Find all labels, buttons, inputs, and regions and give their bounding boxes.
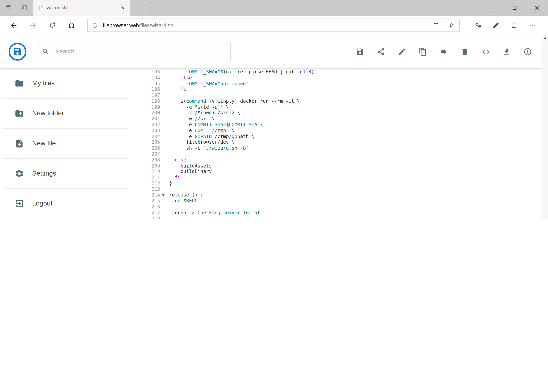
line-number: 202 <box>147 122 160 128</box>
url-path: /files/wizard.sh <box>139 22 173 28</box>
code-line-text: -e COMMIT_SHA=$COMMIT_SHA \ <box>160 122 548 128</box>
copy-button[interactable] <box>419 47 427 56</box>
line-number: 194 <box>147 75 160 81</box>
set-tabs-aside-icon[interactable] <box>21 4 28 12</box>
filebrowser-logo[interactable] <box>8 42 27 61</box>
sidebar-item-new-file[interactable]: New file <box>0 128 147 159</box>
code-line[interactable]: 210 buildBinary <box>147 169 548 175</box>
code-line[interactable]: 216 <box>147 204 548 210</box>
code-line[interactable]: 194 else <box>147 75 548 81</box>
line-number: 208 <box>147 157 160 163</box>
refresh-icon[interactable] <box>43 15 62 35</box>
code-line-text: else <box>160 157 548 163</box>
line-number: 215 <box>147 198 160 204</box>
sidebar-item-new-folder[interactable]: New folder <box>0 98 147 128</box>
code-line[interactable]: 202 -e COMMIT_SHA=$COMMIT_SHA \ <box>147 122 548 128</box>
share-page-icon[interactable] <box>505 15 523 35</box>
code-line[interactable]: 201 -w //src \ <box>147 116 548 122</box>
tabs-dropdown-icon[interactable] <box>147 0 156 16</box>
sidebar-item-label: New file <box>32 140 56 147</box>
code-line[interactable]: 193 COMMIT_SHA="$(git rev-parse HEAD | c… <box>147 69 548 75</box>
line-number: 212 <box>147 180 160 186</box>
hub-icon[interactable] <box>469 15 487 35</box>
maximize-button[interactable] <box>503 0 526 16</box>
code-line[interactable]: 212} <box>147 180 548 186</box>
move-button[interactable] <box>440 47 448 56</box>
line-number: 198 <box>147 98 160 104</box>
code-line[interactable]: 204 -e GOPATH=//tmp/gopath \ <box>147 133 548 139</box>
line-number: 201 <box>147 116 160 122</box>
main-content: My filesNew folderNew fileSettingsLogout… <box>0 68 548 219</box>
new-file-icon <box>15 139 28 148</box>
scrollbar-track[interactable] <box>542 41 548 219</box>
code-line[interactable]: 196 fi <box>147 86 548 92</box>
close-window-button[interactable] <box>526 0 548 16</box>
code-line-text <box>160 151 548 157</box>
info-button[interactable] <box>524 47 532 56</box>
code-line[interactable]: 203 -e HOME="//tmp" \ <box>147 128 548 133</box>
download-button[interactable] <box>503 47 511 56</box>
scroll-up-icon[interactable] <box>544 35 547 41</box>
forward-icon[interactable] <box>23 15 43 35</box>
sidebar-item-logout[interactable]: Logout <box>0 189 147 219</box>
code-line[interactable]: 214release () { <box>147 192 548 198</box>
fold-arrow-icon[interactable] <box>162 194 165 196</box>
code-line[interactable]: 208 else <box>147 157 548 163</box>
code-line-text: fi <box>160 86 548 92</box>
code-line[interactable]: 211 fi <box>147 175 548 181</box>
code-line[interactable]: 217 echo "> Checking semver format" <box>147 210 548 216</box>
code-line[interactable]: 198 $(command -v winpty) docker run --rm… <box>147 98 548 104</box>
file-actions <box>356 47 548 56</box>
sidebar-item-settings[interactable]: Settings <box>0 158 147 189</box>
code-line[interactable]: 218 <box>147 216 548 219</box>
code-button[interactable] <box>482 47 490 56</box>
code-line[interactable]: 213 <box>147 186 548 192</box>
code-line-text <box>160 204 548 210</box>
code-line[interactable]: 199 -u "$(id -u)" \ <box>147 104 548 110</box>
address-bar-right <box>433 22 455 28</box>
code-line[interactable]: 197 <box>147 92 548 98</box>
code-line-text: fi <box>160 175 548 181</box>
share-button[interactable] <box>377 47 385 56</box>
logout-icon <box>15 199 28 208</box>
line-number: 197 <box>147 92 160 98</box>
new-tab-icon[interactable] <box>133 0 143 16</box>
favorite-star-icon[interactable] <box>448 22 455 28</box>
download-icon <box>503 47 511 56</box>
save-icon <box>356 47 364 56</box>
back-icon[interactable] <box>4 15 23 35</box>
code-line[interactable]: 205 filebrowser/dev \ <box>147 139 548 145</box>
address-bar[interactable]: filebrowser.web/files/wizard.sh <box>87 19 460 32</box>
tab-preview-icon[interactable] <box>5 4 12 12</box>
delete-button[interactable] <box>461 47 469 56</box>
search-box[interactable] <box>36 42 231 61</box>
code-line[interactable]: 209 buildAssets <box>147 163 548 169</box>
code-line[interactable]: 206 sh -c "./wizard.sh -b" <box>147 145 548 151</box>
site-info-icon[interactable] <box>92 22 98 28</box>
edit-icon <box>398 47 406 56</box>
web-note-pen-icon[interactable] <box>487 15 505 35</box>
line-number: 204 <box>147 133 160 139</box>
line-number: 213 <box>147 186 160 192</box>
page-scrollbar[interactable] <box>542 35 548 219</box>
code-line[interactable]: 200 -v /$(pwd):/src:z \ <box>147 110 548 116</box>
code-line[interactable]: 195 COMMIT_SHA="untracked" <box>147 81 548 86</box>
line-number: 200 <box>147 110 160 116</box>
minimize-button[interactable] <box>481 0 503 16</box>
search-input[interactable] <box>55 48 225 55</box>
line-number: 216 <box>147 204 160 210</box>
sidebar-item-my-files[interactable]: My files <box>0 68 147 98</box>
save-button[interactable] <box>356 47 364 56</box>
browser-tab[interactable]: wizard.sh <box>33 0 130 16</box>
reading-view-icon[interactable] <box>433 22 439 28</box>
code-line[interactable]: 207 <box>147 151 548 157</box>
home-icon[interactable] <box>62 15 81 35</box>
edit-button[interactable] <box>398 47 406 56</box>
more-options-icon[interactable] <box>523 15 541 35</box>
line-number: 193 <box>147 69 160 75</box>
tab-title: wizard.sh <box>47 5 117 11</box>
code-editor[interactable]: 193 COMMIT_SHA="$(git rev-parse HEAD | c… <box>147 68 548 219</box>
sidebar-item-label: New folder <box>32 109 64 117</box>
close-tab-icon[interactable] <box>120 6 125 10</box>
code-line[interactable]: 215 cd $REPO <box>147 198 548 204</box>
